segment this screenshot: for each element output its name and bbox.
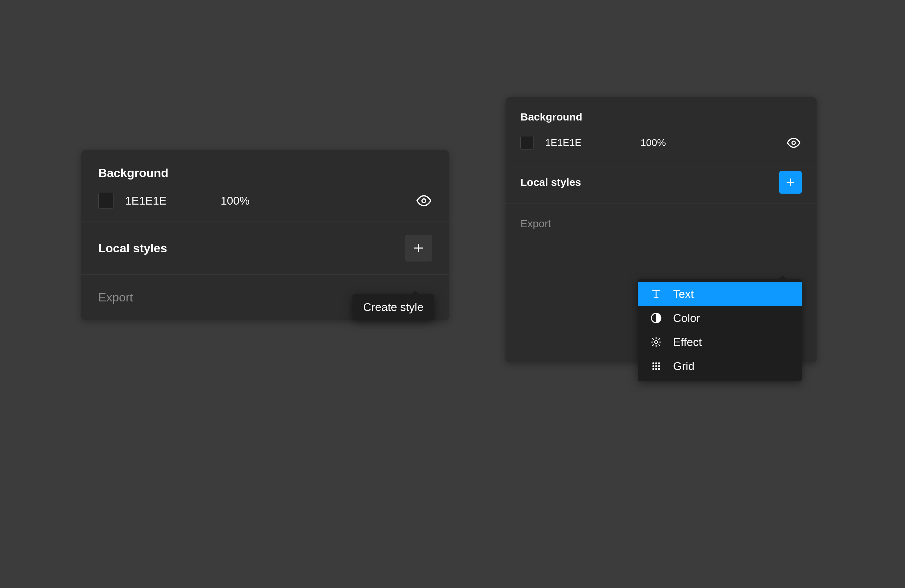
dropdown-item-label: Text (673, 288, 694, 301)
dropdown-item-text[interactable]: Text (638, 282, 802, 306)
svg-line-11 (659, 345, 660, 346)
svg-point-21 (658, 365, 660, 367)
svg-point-0 (422, 199, 426, 203)
create-style-tooltip: Create style (352, 294, 434, 320)
dropdown-item-effect[interactable]: Effect (638, 330, 802, 354)
properties-panel-hover: Background 1E1E1E 100% Local styles (81, 150, 449, 320)
svg-point-20 (655, 365, 657, 367)
dropdown-item-label: Grid (673, 360, 694, 373)
svg-line-15 (659, 339, 660, 339)
background-section: Background 1E1E1E 100% (505, 97, 817, 161)
color-hex-value[interactable]: 1E1E1E (545, 137, 616, 148)
background-title: Background (98, 166, 168, 180)
background-section: Background 1E1E1E 100% (81, 150, 449, 222)
color-swatch[interactable] (520, 136, 534, 149)
svg-point-24 (658, 368, 660, 370)
properties-panel-dropdown: Background 1E1E1E 100% Local styles (505, 97, 817, 363)
local-styles-title: Local styles (98, 241, 167, 255)
effect-icon (649, 335, 663, 349)
svg-point-3 (792, 141, 795, 144)
visibility-toggle-icon[interactable] (786, 135, 802, 151)
color-hex-value[interactable]: 1E1E1E (125, 194, 196, 208)
local-styles-section: Local styles (505, 161, 817, 204)
svg-point-17 (655, 362, 657, 364)
dropdown-item-label: Effect (673, 336, 702, 349)
create-style-button[interactable] (405, 235, 432, 262)
svg-point-18 (658, 362, 660, 364)
create-style-button[interactable] (779, 171, 802, 193)
grid-icon (649, 359, 663, 373)
dropdown-item-grid[interactable]: Grid (638, 354, 802, 378)
local-styles-section: Local styles (81, 222, 449, 274)
svg-line-14 (653, 345, 654, 346)
svg-point-7 (655, 341, 657, 344)
color-swatch[interactable] (98, 193, 114, 209)
background-row: 1E1E1E 100% (520, 135, 802, 151)
dropdown-item-color[interactable]: Color (638, 306, 802, 330)
color-icon (649, 311, 663, 325)
export-title: Export (98, 290, 133, 304)
background-title: Background (520, 111, 582, 123)
svg-point-19 (652, 365, 654, 367)
export-title: Export (520, 218, 551, 230)
svg-point-23 (655, 368, 657, 370)
visibility-toggle-icon[interactable] (416, 193, 432, 209)
svg-line-10 (653, 339, 654, 339)
create-style-dropdown: Text Color (638, 279, 802, 381)
svg-point-16 (652, 362, 654, 364)
background-row: 1E1E1E 100% (98, 193, 432, 209)
local-styles-title: Local styles (520, 176, 581, 189)
svg-point-22 (652, 368, 654, 370)
dropdown-item-label: Color (673, 312, 700, 325)
color-opacity-value[interactable]: 100% (641, 137, 666, 148)
color-opacity-value[interactable]: 100% (221, 194, 249, 208)
text-icon (649, 287, 663, 301)
